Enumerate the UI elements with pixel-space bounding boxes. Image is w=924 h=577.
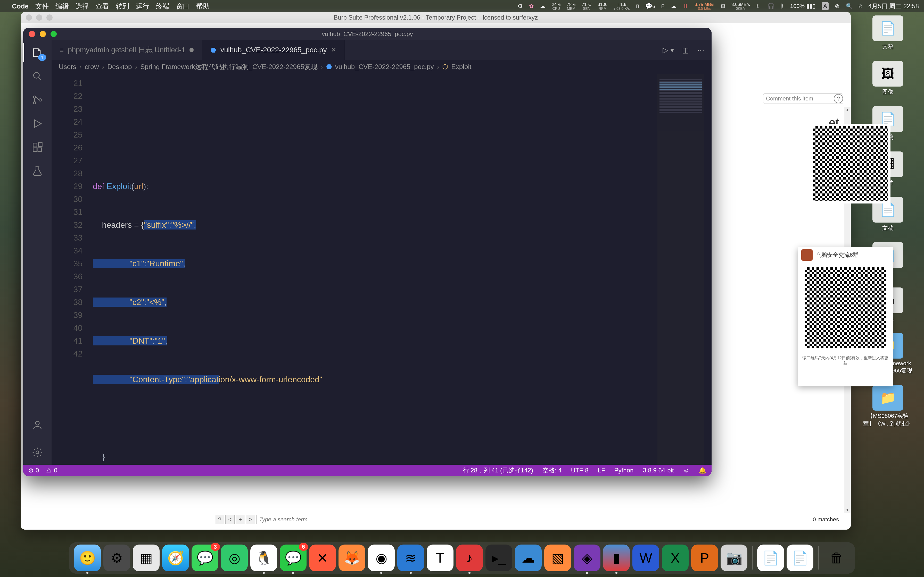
dock-settings[interactable]: ⚙ — [103, 545, 130, 571]
menu-run[interactable]: 运行 — [136, 2, 149, 11]
bluetooth-icon[interactable]: ᛒ — [781, 3, 784, 10]
minimap[interactable] — [657, 74, 704, 465]
burp-zoom-icon[interactable] — [47, 15, 53, 21]
dock-powerpoint[interactable]: P — [691, 545, 718, 571]
qr-code-widget-1[interactable] — [811, 124, 890, 203]
dock-textedit[interactable]: T — [426, 545, 454, 571]
mem-stat[interactable]: 78%MEM — [567, 2, 575, 10]
burp-window-controls[interactable] — [26, 15, 53, 21]
desktop-ms08067-folder[interactable]: 📁【MS08067实验室】《W...到就业》 — [862, 385, 914, 427]
wechat-menubar-icon[interactable]: 💬6 — [645, 3, 655, 10]
drive-icon[interactable]: ⛃ — [720, 3, 725, 10]
dock-chrome[interactable]: ◉ — [368, 545, 395, 571]
scroll-up-icon[interactable]: ▲ — [845, 107, 850, 112]
gear-icon[interactable]: ⚙ — [518, 3, 523, 10]
vscode-minimize-icon[interactable] — [40, 31, 46, 37]
burp-close-icon[interactable] — [26, 15, 32, 21]
source-control-icon[interactable] — [30, 93, 45, 107]
explorer-icon[interactable]: 1 — [30, 45, 45, 60]
status-encoding[interactable]: UTF-8 — [571, 467, 589, 474]
desktop-images[interactable]: 🖼图像 — [872, 61, 903, 96]
split-editor-icon[interactable]: ◫ — [682, 46, 689, 54]
spotlight-icon[interactable]: 🔍 — [846, 3, 853, 10]
dock-excel[interactable]: X — [662, 545, 689, 571]
dock-recent-1[interactable]: 📄 — [757, 545, 784, 571]
tab-close-icon[interactable]: ✕ — [331, 47, 336, 53]
burp-search-add-icon[interactable]: + — [236, 515, 245, 524]
dock-netease-music[interactable]: ♪ — [456, 545, 483, 571]
cloud-icon[interactable]: ☁ — [540, 3, 546, 10]
menu-view[interactable]: 查看 — [96, 2, 109, 11]
dock-trash[interactable]: 🗑 — [823, 545, 850, 571]
bar-icon[interactable]: ⎍ — [636, 3, 639, 10]
vscode-editor[interactable]: 2122232425262728293031323334353637383940… — [52, 74, 712, 465]
disk-b-stat[interactable]: 3.06MB/s0KB/s — [732, 2, 750, 10]
vscode-zoom-icon[interactable] — [50, 31, 57, 37]
temp-stat[interactable]: 71°CSEN — [582, 2, 591, 10]
vscode-close-icon[interactable] — [29, 31, 35, 37]
moon-icon[interactable]: ☾ — [756, 3, 761, 10]
dock-camera[interactable]: 📷 — [720, 545, 747, 571]
status-spaces[interactable]: 空格: 4 — [543, 466, 562, 474]
dock-todesk[interactable]: ✕ — [309, 545, 336, 571]
status-feedback-icon[interactable]: ☺ — [683, 467, 690, 474]
burp-search-next-icon[interactable]: > — [246, 515, 255, 524]
extensions-icon[interactable] — [30, 140, 45, 155]
menu-terminal[interactable]: 终端 — [156, 2, 170, 11]
menu-window[interactable]: 窗口 — [176, 2, 189, 11]
cpu-stat[interactable]: 24%CPU — [552, 2, 561, 10]
code-area[interactable]: def Exploit(url): headers = {"suffix":"%… — [93, 77, 655, 465]
dock-firefox[interactable]: 🦊 — [339, 545, 365, 571]
testing-icon[interactable] — [30, 164, 45, 178]
status-bell-icon[interactable]: 🔔 — [699, 467, 706, 474]
status-python[interactable]: 3.8.9 64-bit — [643, 467, 674, 474]
cloud2-icon[interactable]: ☁ — [671, 3, 677, 10]
settings-icon[interactable] — [30, 445, 45, 459]
status-eol[interactable]: LF — [598, 467, 605, 474]
status-cursor[interactable]: 行 28，列 41 (已选择142) — [463, 466, 533, 474]
status-errors[interactable]: ⊘ 0 — [28, 467, 39, 474]
rpm-stat[interactable]: 3106RPM — [598, 2, 607, 10]
menu-file[interactable]: 文件 — [36, 2, 49, 11]
datetime[interactable]: 4月5日 周二 22:58 — [868, 2, 919, 10]
tab-phpmyadmin[interactable]: ≡ phpmyadmin getshell 日志 Untitled-1 — [52, 40, 202, 60]
vscode-window-controls[interactable] — [29, 31, 57, 37]
control-center-icon[interactable]: ⎚ — [859, 3, 862, 10]
tab-vulhub-poc[interactable]: ⬣ vulhub_CVE-2022-22965_poc.py ✕ — [202, 40, 345, 60]
status-warnings[interactable]: ⚠ 0 — [46, 467, 57, 474]
menu-goto[interactable]: 转到 — [116, 2, 129, 11]
pause-icon[interactable]: ⏸ — [683, 3, 688, 10]
dock-launchpad[interactable]: ▦ — [133, 545, 160, 571]
status-language[interactable]: Python — [614, 467, 634, 474]
dock-wechat[interactable]: 💬6 — [280, 545, 307, 571]
wifi-icon[interactable]: ⊚ — [835, 3, 840, 10]
run-debug-icon[interactable] — [30, 116, 45, 131]
dock-wechat-work[interactable]: ◎ — [221, 545, 248, 571]
battery-status[interactable]: 100% ▮▮▯ — [790, 3, 816, 10]
dock-app1[interactable]: ▧ — [544, 545, 571, 571]
burp-comment-input[interactable]: Comment this item — [763, 93, 843, 104]
accounts-icon[interactable] — [30, 418, 45, 432]
burp-search-prev-icon[interactable]: < — [225, 515, 234, 524]
scroll-down-icon[interactable]: ▼ — [845, 508, 850, 512]
burp-search-input[interactable] — [256, 515, 809, 524]
breadcrumb[interactable]: Users› crow› Desktop› Spring Framework远程… — [52, 60, 712, 74]
menu-select[interactable]: 选择 — [76, 2, 89, 11]
headphones-icon[interactable]: 🎧 — [767, 3, 774, 10]
more-actions-icon[interactable]: ⋯ — [697, 46, 704, 54]
dock-safari[interactable]: 🧭 — [162, 545, 189, 571]
run-file-icon[interactable]: ▷ ▾ — [662, 46, 674, 54]
search-icon[interactable] — [30, 69, 45, 84]
dock-app3[interactable]: ▮ — [603, 545, 630, 571]
burp-help-icon[interactable]: ? — [834, 94, 843, 103]
flower-icon[interactable]: ✿ — [529, 3, 534, 10]
menu-help[interactable]: 帮助 — [196, 2, 210, 11]
dock-messages[interactable]: 💬3 — [192, 545, 218, 571]
qr-code-widget-2[interactable]: 乌鸦安全交流6群 该二维码7天内(4月12日前)有效，重新进入将更新 — [798, 247, 893, 387]
dock-vscode[interactable]: ≋ — [397, 545, 424, 571]
dock-tencent-cloud[interactable]: ☁ — [515, 545, 542, 571]
dock-qq[interactable]: 🐧 — [250, 545, 277, 571]
disk-a-stat[interactable]: 3.75 MB/s0.5 kB/s — [695, 2, 714, 10]
dock-word[interactable]: W — [632, 545, 659, 571]
dock-terminal[interactable]: ▸_ — [485, 545, 512, 571]
